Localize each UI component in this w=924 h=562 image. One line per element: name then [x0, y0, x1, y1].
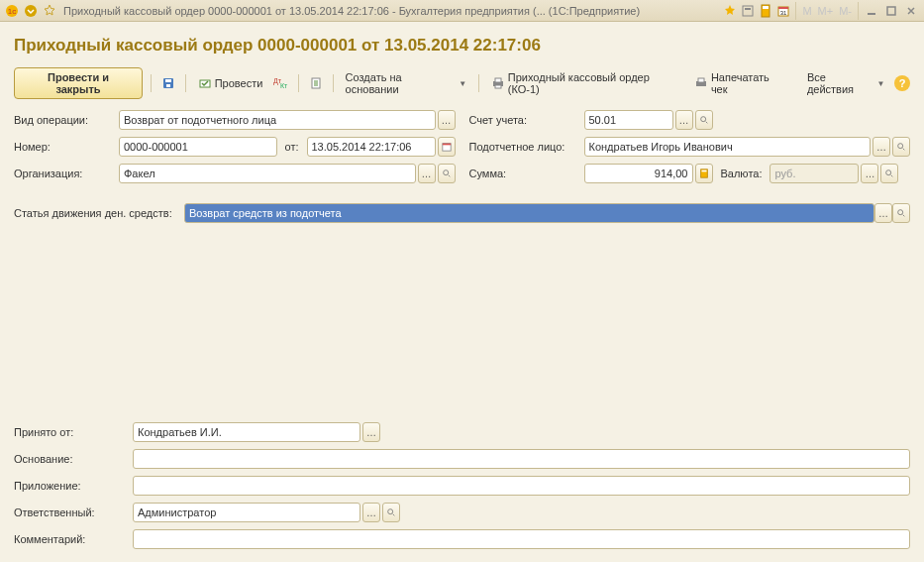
accountable-person-select-button[interactable] — [873, 137, 890, 157]
responsible-select-button[interactable] — [362, 503, 380, 522]
received-from-field[interactable] — [133, 422, 360, 442]
cash-flow-item-label: Статья движения ден. средств: — [14, 207, 184, 219]
structure-icon[interactable] — [307, 74, 325, 92]
svg-rect-24 — [495, 85, 501, 88]
chevron-down-icon: ▼ — [459, 79, 466, 88]
help-icon[interactable]: ? — [894, 75, 910, 91]
svg-text:31: 31 — [780, 10, 787, 16]
window-titlebar: 1c Приходный кассовый ордер 0000-000001 … — [0, 0, 924, 22]
print-check-label: Напечатать чек — [711, 71, 787, 95]
basis-field[interactable] — [133, 449, 910, 469]
svg-line-32 — [705, 122, 707, 124]
all-actions-button[interactable]: Все действия ▼ — [803, 69, 888, 97]
amount-calc-button[interactable] — [695, 164, 713, 183]
favorites-add-icon[interactable] — [722, 3, 738, 19]
svg-point-37 — [886, 170, 891, 175]
operation-type-select-button[interactable] — [438, 110, 456, 130]
amount-label: Сумма: — [469, 168, 584, 179]
titlebar-separator — [795, 2, 796, 20]
currency-field — [770, 164, 859, 183]
toolbar-sep-5 — [478, 74, 479, 92]
post-and-close-button[interactable]: Провести и закрыть — [14, 67, 143, 99]
create-based-on-label: Создать на основании — [346, 71, 457, 95]
post-label: Провести — [215, 77, 263, 89]
currency-label: Валюта: — [715, 168, 769, 179]
responsible-open-button[interactable] — [382, 503, 400, 522]
accountable-person-open-button[interactable] — [892, 137, 910, 157]
create-based-on-button[interactable]: Создать на основании ▼ — [342, 69, 471, 97]
memory-mplus-icon[interactable]: M+ — [816, 5, 836, 17]
nav-dropdown-icon[interactable] — [23, 3, 39, 19]
memory-m-icon[interactable]: M — [800, 5, 813, 17]
cash-flow-item-select-button[interactable] — [874, 203, 892, 223]
svg-text:Кт: Кт — [280, 82, 288, 89]
all-actions-label: Все действия — [807, 71, 874, 95]
svg-rect-28 — [442, 144, 450, 146]
cash-flow-item-open-button[interactable] — [892, 203, 910, 223]
organization-field[interactable] — [119, 164, 416, 183]
svg-line-34 — [903, 149, 905, 151]
operation-type-label: Вид операции: — [14, 114, 119, 126]
svg-rect-4 — [745, 8, 751, 10]
chevron-down-icon: ▼ — [876, 79, 884, 88]
svg-rect-8 — [778, 7, 788, 9]
print-ko1-label: Приходный кассовый ордер (КО-1) — [508, 71, 680, 95]
svg-rect-14 — [166, 84, 170, 87]
toolbar-sep-2 — [185, 74, 186, 92]
command-toolbar: Провести и закрыть Провести ДтКт Создать… — [14, 65, 910, 109]
svg-rect-3 — [743, 6, 753, 16]
cash-flow-item-field[interactable] — [184, 203, 874, 223]
amount-field[interactable] — [584, 164, 693, 183]
account-select-button[interactable] — [675, 110, 693, 130]
account-field[interactable] — [584, 110, 673, 130]
svg-line-30 — [448, 175, 450, 177]
svg-rect-6 — [763, 6, 769, 9]
currency-open-button[interactable] — [880, 164, 898, 183]
attachment-field[interactable] — [133, 476, 910, 496]
print-ko1-button[interactable]: Приходный кассовый ордер (КО-1) — [487, 69, 684, 97]
maximize-button[interactable] — [882, 3, 900, 19]
svg-rect-10 — [868, 13, 875, 15]
calendar-icon[interactable]: 31 — [775, 3, 791, 19]
post-button[interactable]: Провести — [194, 74, 267, 92]
operation-type-field[interactable] — [119, 110, 436, 130]
titlebar-separator-2 — [858, 2, 859, 20]
date-field[interactable] — [307, 137, 436, 157]
toolbar-sep-1 — [151, 74, 152, 92]
number-field[interactable] — [119, 137, 277, 157]
svg-line-38 — [891, 175, 893, 177]
favorite-star-icon[interactable] — [42, 3, 57, 19]
currency-select-button[interactable] — [861, 164, 878, 183]
organization-open-button[interactable] — [438, 164, 456, 183]
comment-field[interactable] — [133, 529, 910, 549]
links-panel-icon[interactable] — [740, 3, 756, 19]
attachment-label: Приложение: — [14, 480, 133, 492]
close-button[interactable] — [902, 3, 920, 19]
responsible-field[interactable] — [133, 503, 360, 522]
svg-point-29 — [443, 170, 448, 175]
organization-select-button[interactable] — [418, 164, 436, 183]
svg-line-40 — [903, 215, 905, 217]
save-icon[interactable] — [159, 74, 177, 92]
svg-rect-11 — [887, 7, 895, 15]
account-open-button[interactable] — [695, 110, 713, 130]
svg-line-42 — [393, 514, 395, 516]
svg-text:1c: 1c — [8, 7, 16, 16]
dtkt-icon[interactable]: ДтКт — [272, 74, 290, 92]
calculator-icon[interactable] — [758, 3, 773, 19]
basis-label: Основание: — [14, 453, 133, 465]
accountable-person-label: Подотчетное лицо: — [469, 141, 584, 153]
svg-rect-13 — [165, 79, 171, 82]
toolbar-sep-3 — [298, 74, 299, 92]
window-title: Приходный кассовый ордер 0000-000001 от … — [63, 5, 640, 17]
memory-mminus-icon[interactable]: M- — [837, 5, 854, 17]
print-check-button[interactable]: Напечатать чек — [690, 69, 791, 97]
date-calendar-button[interactable] — [438, 137, 456, 157]
svg-point-41 — [388, 509, 393, 514]
minimize-button[interactable] — [863, 3, 880, 19]
accountable-person-field[interactable] — [584, 137, 872, 157]
received-from-select-button[interactable] — [362, 422, 380, 442]
svg-rect-23 — [495, 78, 501, 82]
responsible-label: Ответственный: — [14, 506, 133, 518]
received-from-label: Принято от: — [14, 426, 133, 438]
